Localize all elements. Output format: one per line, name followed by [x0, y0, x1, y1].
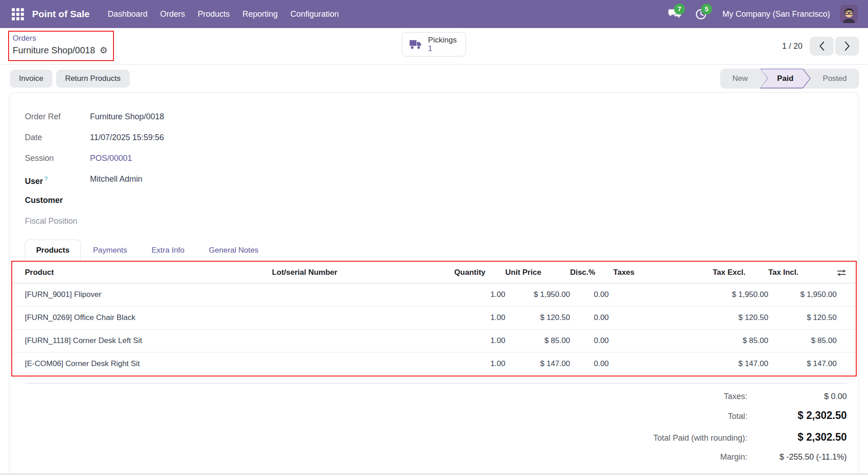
taxes-cell: [609, 283, 713, 306]
order-ref-label: Order Ref: [25, 111, 90, 122]
taxes-cell: [609, 306, 713, 329]
tax-incl-cell: $ 147.00: [768, 353, 836, 376]
pager-next-button[interactable]: [835, 37, 859, 56]
totals-paid-row: Total Paid (with rounding): $ 2,302.50: [9, 427, 847, 449]
messages-icon-button[interactable]: 7: [663, 5, 686, 23]
pager-value[interactable]: 1 / 20: [782, 42, 802, 51]
top-navbar: Point of Sale Dashboard Orders Products …: [0, 0, 868, 28]
table-row[interactable]: [FURN_9001] Flipover 1.00 $ 1,950.00 0.0…: [12, 283, 856, 306]
product-cell[interactable]: [FURN_9001] Flipover: [12, 283, 272, 306]
invoice-button[interactable]: Invoice: [10, 70, 52, 88]
margin-label: Margin:: [720, 452, 747, 462]
tax-excl-cell: $ 1,950.00: [712, 283, 768, 306]
activities-icon-button[interactable]: 5: [690, 5, 712, 23]
column-product[interactable]: Product: [12, 262, 272, 283]
help-question-icon[interactable]: ?: [44, 175, 47, 182]
column-quantity[interactable]: Quantity: [454, 262, 505, 283]
totals-divider: [26, 383, 847, 384]
pickings-text: Pickings 1: [428, 36, 457, 53]
pager: 1 / 20: [782, 37, 859, 56]
order-lines-table: Product Lot/serial Number Quantity Unit …: [12, 262, 856, 376]
tab-extra-info[interactable]: Extra Info: [139, 240, 197, 261]
control-panel: Orders Furniture Shop/0018 ⚙ Pickings 1 …: [0, 28, 868, 65]
unit-price-cell: $ 1,950.00: [505, 283, 570, 306]
table-row[interactable]: [FURN_1118] Corner Desk Left Sit 1.00 $ …: [12, 329, 856, 353]
user-label: User?: [25, 173, 90, 187]
taxes-total-value: $ 0.00: [747, 392, 847, 401]
order-lines-annotation-box: Product Lot/serial Number Quantity Unit …: [11, 261, 857, 376]
apps-grid-icon[interactable]: [12, 8, 24, 20]
viewport-bottom-edge: [0, 473, 868, 475]
field-order-ref: Order Ref Furniture Shop/0018: [25, 111, 859, 124]
qty-cell: 1.00: [454, 283, 505, 306]
status-paid: Paid: [760, 69, 811, 89]
menu-reporting[interactable]: Reporting: [236, 0, 284, 28]
field-date: Date 11/07/2025 15:59:56: [25, 132, 859, 145]
qty-cell: 1.00: [454, 353, 505, 376]
pickings-smart-button[interactable]: Pickings 1: [402, 32, 466, 56]
unit-price-cell: $ 147.00: [505, 353, 570, 376]
pickings-count: 1: [428, 44, 432, 53]
tax-excl-cell: $ 147.00: [712, 353, 768, 376]
gear-icon[interactable]: ⚙: [99, 46, 108, 55]
truck-icon: [410, 39, 422, 50]
main-menu: Dashboard Orders Products Reporting Conf…: [101, 0, 345, 28]
field-customer: Customer: [25, 194, 859, 208]
date-value[interactable]: 11/07/2025 15:59:56: [90, 132, 164, 143]
breadcrumb-annotation-box: Orders Furniture Shop/0018 ⚙: [8, 31, 114, 61]
lot-cell: [272, 283, 454, 306]
table-row[interactable]: [FURN_0269] Office Chair Black 1.00 $ 12…: [12, 306, 856, 329]
status-posted[interactable]: Posted: [811, 69, 859, 89]
table-row[interactable]: [E-COM06] Corner Desk Right Sit 1.00 $ 1…: [12, 353, 856, 376]
column-tax-incl[interactable]: Tax Incl.: [768, 262, 836, 283]
statusbar: New Paid Posted: [720, 69, 859, 89]
return-products-button[interactable]: Return Products: [56, 70, 130, 88]
margin-value: $ -255.50 (-11.1%): [747, 452, 847, 462]
user-value[interactable]: Mitchell Admin: [90, 173, 142, 185]
taxes-total-label: Taxes:: [724, 392, 747, 401]
user-avatar[interactable]: [840, 5, 858, 23]
totals-margin-row: Margin: $ -255.50 (-11.1%): [9, 449, 847, 466]
tab-products[interactable]: Products: [25, 240, 81, 261]
form-sheet: Order Ref Furniture Shop/0018 Date 11/07…: [9, 92, 859, 475]
disc-cell: 0.00: [570, 283, 609, 306]
order-ref-value[interactable]: Furniture Shop/0018: [90, 111, 164, 122]
session-label: Session: [25, 152, 90, 164]
tab-general-notes[interactable]: General Notes: [197, 240, 271, 261]
menu-orders[interactable]: Orders: [154, 0, 191, 28]
chevron-left-icon: [819, 41, 825, 51]
table-header-row: Product Lot/serial Number Quantity Unit …: [12, 262, 856, 283]
page-title: Furniture Shop/0018: [13, 44, 95, 56]
qty-cell: 1.00: [454, 306, 505, 329]
total-label: Total:: [728, 409, 747, 423]
column-tax-excl[interactable]: Tax Excl.: [712, 262, 768, 283]
navbar-right: 7 5 My Company (San Francisco): [663, 5, 858, 23]
total-value: $ 2,302.50: [747, 409, 847, 422]
field-session: Session POS/00001: [25, 152, 859, 166]
company-switcher[interactable]: My Company (San Francisco): [722, 9, 830, 19]
lot-cell: [272, 329, 454, 353]
product-cell[interactable]: [FURN_1118] Corner Desk Left Sit: [12, 329, 272, 353]
column-unit-price[interactable]: Unit Price: [505, 262, 570, 283]
disc-cell: 0.00: [570, 329, 609, 353]
menu-dashboard[interactable]: Dashboard: [101, 0, 154, 28]
breadcrumb-orders-link[interactable]: Orders: [13, 33, 108, 44]
status-new[interactable]: New: [720, 69, 760, 89]
menu-configuration[interactable]: Configuration: [284, 0, 345, 28]
notebook-tabs: Products Payments Extra Info General Not…: [25, 240, 859, 261]
date-label: Date: [25, 132, 90, 143]
app-name[interactable]: Point of Sale: [32, 9, 90, 19]
optional-columns-toggle[interactable]: [837, 262, 856, 283]
messages-badge: 7: [674, 4, 685, 14]
product-cell[interactable]: [FURN_0269] Office Chair Black: [12, 306, 272, 329]
totals-total-row: Total: $ 2,302.50: [9, 405, 847, 427]
column-discount[interactable]: Disc.%: [570, 262, 609, 283]
product-cell[interactable]: [E-COM06] Corner Desk Right Sit: [12, 353, 272, 376]
pager-previous-button[interactable]: [810, 37, 834, 56]
tab-payments[interactable]: Payments: [81, 240, 140, 261]
column-lot-serial[interactable]: Lot/serial Number: [272, 262, 454, 283]
session-value-link[interactable]: POS/00001: [90, 152, 132, 164]
column-taxes[interactable]: Taxes: [609, 262, 713, 283]
menu-products[interactable]: Products: [191, 0, 236, 28]
total-paid-label: Total Paid (with rounding):: [653, 431, 747, 445]
